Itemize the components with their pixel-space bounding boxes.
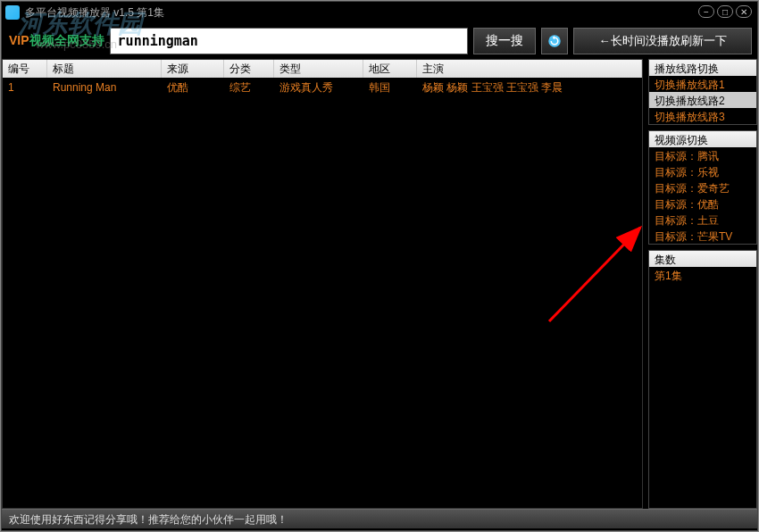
source-item-tudou[interactable]: 目标源：土豆 (649, 212, 756, 228)
table-body: 1 Running Man 优酷 综艺 游戏真人秀 韩国 杨颖 杨颖 王宝强 王… (3, 78, 642, 97)
col-type[interactable]: 类型 (274, 60, 363, 78)
refresh-icon-button[interactable] (541, 28, 568, 54)
source-item-youku[interactable]: 目标源：优酷 (649, 195, 756, 212)
col-region[interactable]: 地区 (363, 60, 417, 78)
route-item-2[interactable]: 切换播放线路2 (649, 92, 756, 108)
maximize-button[interactable]: □ (717, 5, 733, 18)
col-title[interactable]: 标题 (47, 60, 162, 78)
col-source[interactable]: 来源 (162, 60, 224, 78)
table-header: 编号 标题 来源 分类 类型 地区 主演 (3, 60, 642, 78)
title-bar: 多平台视频播放器 v1.5 第1集 − □ ✕ (2, 2, 757, 23)
close-button[interactable]: ✕ (736, 5, 752, 18)
col-cast[interactable]: 主演 (417, 60, 642, 78)
results-table: 编号 标题 来源 分类 类型 地区 主演 1 Running Man 优酷 综艺… (2, 59, 643, 509)
main-content: 编号 标题 来源 分类 类型 地区 主演 1 Running Man 优酷 综艺… (2, 59, 757, 509)
source-item-tencent[interactable]: 目标源：腾讯 (649, 147, 756, 163)
source-panel-body: 目标源：腾讯 目标源：乐视 目标源：爱奇艺 目标源：优酷 目标源：土豆 目标源：… (649, 147, 756, 244)
episodes-panel-body: 第1集 (649, 267, 756, 283)
source-panel: 视频源切换 目标源：腾讯 目标源：乐视 目标源：爱奇艺 目标源：优酷 目标源：土… (648, 130, 757, 245)
refresh-icon (546, 33, 563, 49)
episode-item-1[interactable]: 第1集 (649, 267, 756, 283)
route-panel-body: 切换播放线路1 切换播放线路2 切换播放线路3 (649, 76, 756, 124)
source-item-iqiyi[interactable]: 目标源：爱奇艺 (649, 179, 756, 195)
app-icon (5, 5, 20, 20)
source-panel-header: 视频源切换 (649, 131, 756, 147)
window-title: 多平台视频播放器 v1.5 第1集 (25, 5, 164, 21)
main-window: 多平台视频播放器 v1.5 第1集 − □ ✕ 河东软件园 www.pc0359… (1, 1, 758, 531)
source-item-letv[interactable]: 目标源：乐视 (649, 163, 756, 179)
search-input[interactable] (110, 28, 468, 54)
table-row[interactable]: 1 Running Man 优酷 综艺 游戏真人秀 韩国 杨颖 杨颖 王宝强 王… (3, 78, 642, 97)
search-button[interactable]: 搜一搜 (473, 28, 536, 54)
source-item-mgtv[interactable]: 目标源：芒果TV (649, 228, 756, 244)
refresh-text-button[interactable]: ←长时间没播放刷新一下 (573, 28, 752, 54)
vip-label: VIP视频全网支持 (7, 33, 104, 49)
status-bar: 欢迎使用好东西记得分享哦！推荐给您的小伙伴一起用哦！ (2, 509, 757, 528)
episodes-panel-header: 集数 (649, 251, 756, 267)
episodes-panel: 集数 第1集 (648, 250, 757, 509)
route-panel-header: 播放线路切换 (649, 60, 756, 76)
col-num[interactable]: 编号 (3, 60, 47, 78)
route-panel: 播放线路切换 切换播放线路1 切换播放线路2 切换播放线路3 (648, 59, 757, 125)
minimize-button[interactable]: − (698, 5, 714, 18)
side-panels: 播放线路切换 切换播放线路1 切换播放线路2 切换播放线路3 视频源切换 目标源… (643, 59, 757, 509)
search-row: VIP视频全网支持 搜一搜 ←长时间没播放刷新一下 (2, 23, 757, 59)
window-controls: − □ ✕ (698, 5, 752, 18)
route-item-1[interactable]: 切换播放线路1 (649, 76, 756, 92)
col-category[interactable]: 分类 (224, 60, 274, 78)
route-item-3[interactable]: 切换播放线路3 (649, 108, 756, 124)
